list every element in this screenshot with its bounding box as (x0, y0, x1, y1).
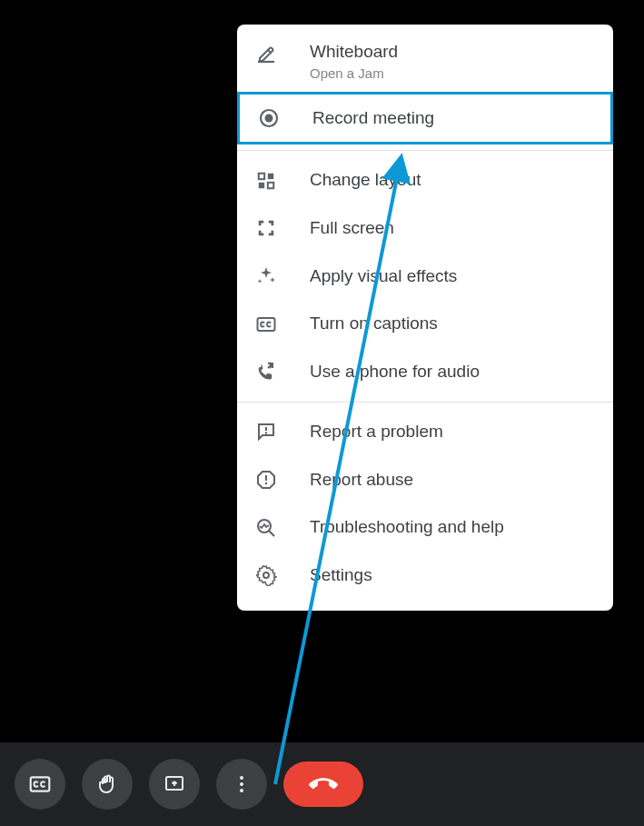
menu-item-label: Turn on captions (310, 313, 438, 335)
report-icon (255, 469, 277, 491)
menu-item-subtitle: Open a Jam (310, 65, 398, 81)
captions-button[interactable] (15, 759, 65, 810)
svg-point-21 (240, 789, 243, 792)
svg-line-13 (270, 531, 275, 536)
svg-rect-2 (259, 173, 264, 178)
menu-item-label: Full screen (310, 217, 394, 240)
raise-hand-button[interactable] (82, 759, 133, 810)
menu-item-visual-effects[interactable]: Apply visual effects (237, 253, 613, 301)
menu-item-troubleshooting[interactable]: Troubleshooting and help (237, 503, 613, 552)
menu-item-report-problem[interactable]: Report a problem (237, 408, 613, 456)
gear-icon (255, 564, 277, 586)
phone-forward-icon (255, 361, 277, 383)
menu-item-label: Apply visual effects (310, 265, 457, 288)
svg-rect-4 (259, 183, 264, 188)
more-options-button[interactable] (216, 759, 267, 810)
feedback-icon (255, 421, 277, 443)
call-control-bar (0, 742, 644, 826)
svg-point-1 (265, 114, 273, 123)
menu-item-whiteboard[interactable]: Whiteboard Open a Jam (237, 32, 613, 92)
svg-point-20 (240, 782, 243, 786)
menu-item-label: Change layout (310, 169, 421, 192)
svg-point-14 (263, 572, 269, 578)
menu-item-label: Troubleshooting and help (310, 516, 504, 539)
menu-item-settings[interactable]: Settings (237, 552, 613, 600)
svg-point-9 (265, 432, 267, 433)
record-icon (258, 107, 280, 129)
menu-item-phone-audio[interactable]: Use a phone for audio (237, 348, 613, 396)
svg-point-11 (265, 483, 267, 484)
menu-divider (237, 402, 613, 403)
menu-item-label: Report a problem (310, 421, 443, 443)
menu-divider (237, 150, 613, 151)
more-options-menu: Whiteboard Open a Jam Record meeting Cha… (237, 25, 613, 611)
fullscreen-icon (255, 217, 277, 239)
menu-item-record-meeting[interactable]: Record meeting (237, 92, 613, 145)
menu-item-captions[interactable]: Turn on captions (237, 300, 613, 348)
menu-item-label: Settings (310, 564, 372, 587)
menu-item-label: Use a phone for audio (310, 361, 480, 383)
captions-icon (255, 313, 277, 335)
leave-call-button[interactable] (283, 761, 363, 807)
menu-item-change-layout[interactable]: Change layout (237, 156, 613, 204)
present-screen-button[interactable] (149, 759, 200, 810)
sparkle-icon (255, 265, 277, 287)
layout-icon (255, 170, 277, 192)
svg-rect-5 (268, 183, 273, 188)
svg-point-19 (240, 776, 243, 780)
menu-item-report-abuse[interactable]: Report abuse (237, 456, 613, 504)
menu-item-label: Report abuse (310, 469, 413, 492)
menu-item-label: Whiteboard (310, 41, 398, 64)
pen-icon (255, 43, 277, 65)
menu-item-label: Record meeting (312, 107, 434, 130)
troubleshoot-icon (255, 517, 277, 539)
svg-rect-3 (268, 173, 273, 178)
menu-item-fullscreen[interactable]: Full screen (237, 204, 613, 253)
